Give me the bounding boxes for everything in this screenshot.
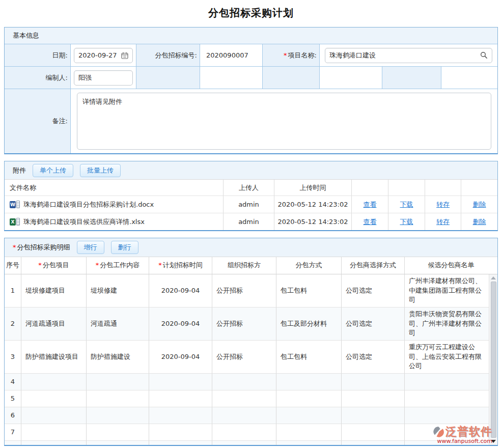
cell-selection[interactable] [342,407,405,424]
cell-mode[interactable] [276,374,342,390]
delete-link[interactable]: 删除 [473,200,486,209]
action-header [388,180,425,196]
cell-mode[interactable] [276,407,342,424]
file-action-cell: 下载 [388,196,425,213]
table-row-partial [149,441,212,445]
project-input-box[interactable] [325,48,492,63]
project-required-mark: * [284,51,287,59]
empty-value-cell [320,67,382,89]
view-link[interactable]: 查看 [364,217,377,227]
cell-work[interactable]: 防护措施建设 [87,341,149,374]
col-header-project: *分包项目 [21,257,87,274]
transfer-link[interactable]: 转存 [436,217,450,227]
cell-plan-time[interactable]: 2020-09-04 [149,341,212,374]
file-row-time: 2020-05-12 14:23:02 [274,213,352,230]
bid-no-label: 分包招标编号: [155,51,197,60]
cell-mode[interactable]: 包工及部分材料 [276,307,342,341]
date-label-cell: 日期: [5,44,71,67]
cell-selection[interactable] [342,424,405,441]
cell-selection[interactable] [342,374,405,390]
cell-mode[interactable] [276,390,342,407]
cell-work[interactable] [87,424,149,441]
cell-project[interactable] [21,374,87,390]
attachments-section: 附件 单个上传 批量上传 文件名称 上传人 上传时间 W 珠海鹤港口建设项目分包… [4,161,498,231]
creator-input-box[interactable] [74,70,133,86]
row-no: 1 [5,274,21,307]
cell-work[interactable] [87,374,149,390]
file-name-text: 珠海鹤港口建设项目分包招标采购计划.docx [23,200,154,209]
table-row-partial [276,441,342,445]
cell-organizer[interactable]: 公开招标 [212,307,276,341]
cell-plan-time[interactable] [149,374,212,390]
delete-link[interactable]: 删除 [473,217,486,227]
project-input[interactable] [329,51,480,59]
bid-no-label-cell: 分包招标编号: [136,44,200,67]
cell-project[interactable]: 堤坝修建项目 [21,274,87,307]
cell-candidates[interactable] [405,374,497,390]
cell-plan-time[interactable]: 2020-09-04 [149,274,212,307]
table-row-partial [342,441,405,445]
creator-input[interactable] [78,74,128,81]
cell-project[interactable] [21,424,87,441]
download-link[interactable]: 下载 [400,217,413,227]
search-icon[interactable] [480,51,488,59]
cell-candidates[interactable]: 贵阳丰沃物资贸易有限公司、广州丰泽建材有限公司 [405,307,497,341]
single-upload-button[interactable]: 单个上传 [33,164,73,177]
empty-value-cell [200,67,263,89]
word-file-icon: W [10,201,20,208]
file-row-uploader: admin [224,213,274,230]
cell-plan-time[interactable] [149,407,212,424]
cell-work[interactable] [87,390,149,407]
cell-selection[interactable]: 公司选定 [342,341,405,374]
cell-project[interactable] [21,390,87,407]
action-header [461,180,497,196]
remark-textarea[interactable]: 详情请见附件 [77,93,491,150]
detail-table-scrollbar[interactable] [489,274,497,445]
cell-candidates[interactable] [405,407,497,424]
cell-plan-time[interactable]: 2020-09-04 [149,307,212,341]
cell-project[interactable] [21,407,87,424]
cell-mode[interactable]: 包工包料 [276,274,342,307]
add-row-button[interactable]: 增行 [77,241,104,254]
cell-selection[interactable]: 公司选定 [342,307,405,341]
cell-organizer[interactable] [212,424,276,441]
scroll-up-icon[interactable] [491,276,496,279]
project-label-cell: * 项目名称: [263,44,320,67]
cell-candidates[interactable] [405,390,497,407]
row-no: 7 [5,424,21,441]
cell-work[interactable] [87,407,149,424]
transfer-link[interactable]: 转存 [436,200,450,209]
basic-info-section: 基本信息 日期: 分包招标编号 [4,27,498,154]
cell-work[interactable]: 河道疏通 [87,307,149,341]
file-action-cell: 下载 [388,213,425,230]
file-name-header: 文件名称 [5,180,224,196]
table-row-partial [212,441,276,445]
batch-upload-button[interactable]: 批量上传 [80,164,121,177]
cell-organizer[interactable] [212,390,276,407]
cell-work[interactable]: 堤坝修建 [87,274,149,307]
cell-organizer[interactable] [212,374,276,390]
cell-mode[interactable]: 包工包料 [276,341,342,374]
cell-selection[interactable]: 公司选定 [342,274,405,307]
file-row-uploader: admin [224,196,274,213]
cell-plan-time[interactable] [149,390,212,407]
delete-row-button[interactable]: 删行 [111,241,138,254]
col-header-candidates: 候选分包商名单 [405,257,497,274]
cell-project[interactable]: 河道疏通项目 [21,307,87,341]
date-input-box[interactable] [74,48,133,63]
cell-organizer[interactable]: 公开招标 [212,274,276,307]
cell-project[interactable]: 防护措施建设项目 [21,341,87,374]
view-link[interactable]: 查看 [364,200,377,209]
download-link[interactable]: 下载 [400,200,413,209]
cell-candidates[interactable]: 广州丰泽建材有限公司、中建集团路面工程有限公司 [405,274,497,307]
date-input[interactable] [78,51,121,59]
cell-mode[interactable] [276,424,342,441]
cell-organizer[interactable] [212,407,276,424]
scrollbar-thumb[interactable] [491,282,496,438]
cell-candidates[interactable]: 重庆万可云工程建设公司、上临云安装工程有限公司 [405,341,497,374]
cell-plan-time[interactable] [149,424,212,441]
cell-organizer[interactable]: 公开招标 [212,341,276,374]
calendar-icon[interactable] [121,52,128,59]
col-header-no: 序号 [5,257,21,274]
cell-selection[interactable] [342,390,405,407]
